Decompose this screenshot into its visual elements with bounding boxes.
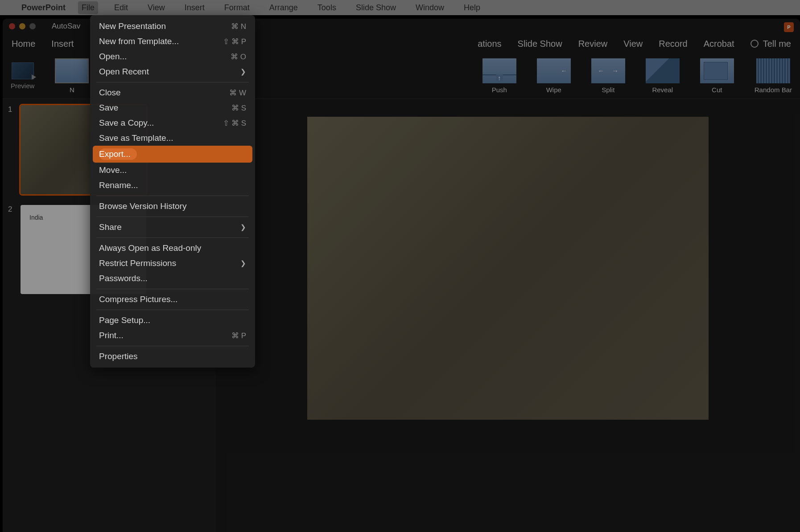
transition-label: Wipe (546, 86, 561, 94)
tab-animations[interactable]: ations (478, 39, 501, 49)
menu-item-label: New from Template... (99, 37, 179, 46)
menu-item-label: Print... (99, 331, 124, 340)
menu-shortcut: ⇧ ⌘ S (223, 119, 246, 128)
close-window-icon[interactable] (9, 23, 15, 29)
tab-record[interactable]: Record (659, 39, 687, 49)
transition-random-bars-icon (756, 58, 790, 83)
tab-view[interactable]: View (623, 39, 643, 49)
menu-item-save-a-copy[interactable]: Save a Copy...⇧ ⌘ S (90, 115, 255, 131)
transition-cut[interactable]: Cut (700, 58, 734, 94)
chevron-right-icon: ❯ (240, 68, 246, 76)
tab-insert[interactable]: Insert (51, 39, 74, 49)
menu-item-rename[interactable]: Rename... (90, 178, 255, 193)
transition-push[interactable]: Push (482, 58, 516, 94)
menubar-item-arrange[interactable]: Arrange (266, 1, 301, 14)
transition-label: Split (602, 86, 614, 94)
menu-item-open-recent[interactable]: Open Recent❯ (90, 64, 255, 79)
menu-item-label: Share (99, 222, 122, 232)
menu-item-browse-version-history[interactable]: Browse Version History (90, 199, 255, 214)
transition-label: Random Bar (755, 86, 792, 94)
menu-item-label: Open Recent (99, 67, 149, 77)
transition-split[interactable]: Split (591, 58, 625, 94)
preview-label: Preview (11, 82, 34, 90)
menu-item-label: Rename... (99, 180, 138, 190)
menu-separator (96, 196, 249, 196)
menu-item-restrict-permissions[interactable]: Restrict Permissions❯ (90, 256, 255, 271)
menu-separator (96, 289, 249, 289)
minimize-window-icon[interactable] (19, 23, 25, 29)
menu-item-label: Close (99, 88, 121, 98)
menubar-item-insert[interactable]: Insert (181, 1, 208, 14)
menu-item-label: Save a Copy... (99, 118, 154, 128)
menu-item-export[interactable]: Export... (93, 146, 252, 163)
tab-acrobat[interactable]: Acrobat (704, 39, 734, 49)
menubar-item-edit[interactable]: Edit (111, 1, 132, 14)
menu-item-share[interactable]: Share❯ (90, 220, 255, 235)
autosave-label: AutoSav (52, 22, 80, 31)
mac-menubar: PowerPoint File Edit View Insert Format … (0, 0, 800, 15)
transition-wipe-icon (537, 58, 571, 83)
menu-item-label: Compress Pictures... (99, 295, 177, 304)
menu-shortcut: ⇧ ⌘ P (223, 37, 246, 46)
menubar-item-format[interactable]: Format (221, 1, 253, 14)
transition-cut-icon (700, 58, 734, 83)
menu-item-new-presentation[interactable]: New Presentation⌘ N (90, 19, 255, 34)
preview-icon (12, 62, 34, 79)
menu-shortcut: ⌘ O (231, 52, 246, 61)
menubar-item-file[interactable]: File (78, 1, 98, 14)
lightbulb-icon (751, 40, 759, 48)
menu-item-label: Restrict Permissions (99, 258, 176, 268)
menu-separator (96, 346, 249, 346)
menu-separator (96, 82, 249, 82)
menu-item-properties[interactable]: Properties (90, 349, 255, 364)
transition-none[interactable]: N (55, 58, 89, 94)
transition-reveal[interactable]: Reveal (646, 58, 680, 94)
slide-canvas[interactable] (307, 117, 709, 420)
chevron-right-icon: ❯ (240, 259, 246, 267)
menu-item-label: Properties (99, 352, 138, 361)
menu-item-always-open-as-read-only[interactable]: Always Open as Read-only (90, 241, 255, 256)
canvas-area (216, 99, 800, 532)
menubar-item-window[interactable]: Window (412, 1, 448, 14)
menu-item-print[interactable]: Print...⌘ P (90, 328, 255, 343)
menu-item-label: Page Setup... (99, 315, 150, 325)
menu-item-passwords[interactable]: Passwords... (90, 271, 255, 286)
menubar-item-slideshow[interactable]: Slide Show (352, 1, 400, 14)
menu-item-compress-pictures[interactable]: Compress Pictures... (90, 292, 255, 307)
transition-random-bars[interactable]: Random Bar (755, 58, 792, 94)
tab-review[interactable]: Review (578, 39, 608, 49)
menu-separator (96, 237, 249, 238)
menu-item-page-setup[interactable]: Page Setup... (90, 313, 255, 328)
transition-wipe[interactable]: Wipe (537, 58, 571, 94)
maximize-window-icon[interactable] (29, 23, 36, 29)
powerpoint-badge-icon: P (784, 22, 794, 32)
transition-label: Push (492, 86, 507, 94)
menu-item-move[interactable]: Move... (90, 163, 255, 178)
transition-push-icon (482, 58, 516, 83)
menu-item-new-from-template[interactable]: New from Template...⇧ ⌘ P (90, 34, 255, 49)
menubar-item-view[interactable]: View (144, 1, 169, 14)
menu-item-label: Passwords... (99, 274, 148, 283)
menu-shortcut: ⌘ P (231, 331, 246, 340)
tell-me-label: Tell me (763, 39, 791, 49)
preview-button[interactable]: Preview (11, 62, 34, 90)
tab-slideshow[interactable]: Slide Show (518, 39, 562, 49)
menubar-app-name[interactable]: PowerPoint (21, 3, 66, 12)
menu-item-open[interactable]: Open...⌘ O (90, 49, 255, 64)
transition-split-icon (591, 58, 625, 83)
tab-home[interactable]: Home (12, 39, 35, 49)
menubar-item-tools[interactable]: Tools (314, 1, 340, 14)
transition-none-icon (55, 58, 89, 83)
menu-item-save[interactable]: Save⌘ S (90, 100, 255, 115)
tell-me-search[interactable]: Tell me (751, 39, 791, 49)
file-menu-dropdown: New Presentation⌘ NNew from Template...⇧… (90, 15, 255, 368)
transition-label: N (70, 86, 74, 94)
menu-item-label: Export... (99, 148, 137, 160)
menu-item-label: Move... (99, 165, 127, 175)
menu-item-label: Save (99, 103, 118, 113)
menu-item-close[interactable]: Close⌘ W (90, 85, 255, 100)
chevron-right-icon: ❯ (240, 223, 246, 231)
menu-item-save-as-template[interactable]: Save as Template... (90, 131, 255, 146)
traffic-lights (9, 23, 36, 29)
menubar-item-help[interactable]: Help (460, 1, 484, 14)
